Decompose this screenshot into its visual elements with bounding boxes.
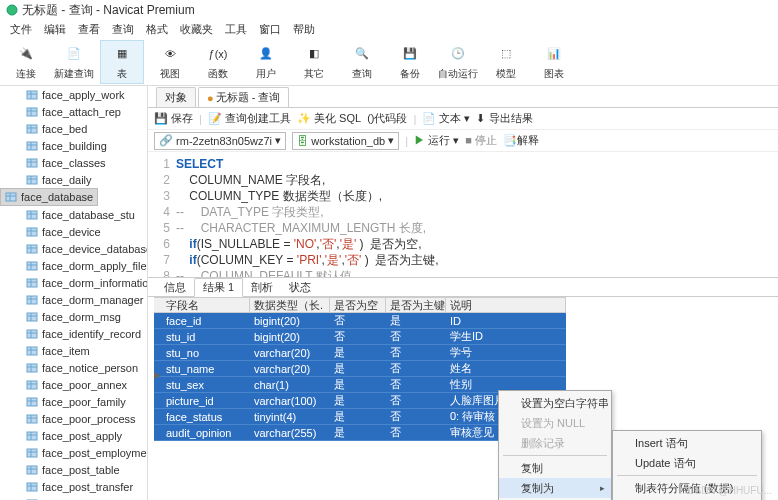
grid-cell[interactable]: 否	[386, 393, 446, 408]
grid-cell[interactable]: picture_id	[162, 395, 250, 407]
context-menu-item[interactable]: 设置为空白字符串	[499, 393, 611, 413]
grid-cell[interactable]: 是	[330, 425, 386, 440]
grid-cell[interactable]: 是	[330, 393, 386, 408]
table-item[interactable]: face_identify_record	[0, 325, 147, 342]
column-header[interactable]: 是否为主键	[386, 298, 446, 313]
menu-item[interactable]: 查询	[112, 22, 134, 37]
grid-cell[interactable]: varchar(255)	[250, 427, 330, 439]
table-item[interactable]: face_database	[0, 188, 98, 206]
server-select[interactable]: 🔗 rm-2zetn83n05wz7i ▾	[154, 132, 286, 150]
grid-cell[interactable]: 是	[330, 361, 386, 376]
menu-item[interactable]: 收藏夹	[180, 22, 213, 37]
grid-cell[interactable]: 是	[330, 345, 386, 360]
table-item[interactable]: face_bed	[0, 120, 147, 137]
context-menu-item[interactable]: Update 语句	[613, 453, 761, 473]
code-snippet-button[interactable]: ()代码段	[367, 111, 407, 126]
toolbar-user[interactable]: 👤 用户	[244, 40, 288, 84]
menu-item[interactable]: 编辑	[44, 22, 66, 37]
grid-cell[interactable]: stu_id	[162, 331, 250, 343]
result-tab[interactable]: 结果 1	[194, 278, 243, 297]
toolbar-table[interactable]: ▦ 表	[100, 40, 144, 84]
column-header[interactable]: 字段名	[162, 298, 250, 313]
grid-cell[interactable]: face_id	[162, 315, 250, 327]
tab-objects[interactable]: 对象	[156, 87, 196, 107]
context-menu-item[interactable]: Insert 语句	[613, 433, 761, 453]
grid-cell[interactable]: varchar(100)	[250, 395, 330, 407]
table-item[interactable]: face_apply_work	[0, 86, 147, 103]
table-item[interactable]: face_dorm_manager	[0, 291, 147, 308]
toolbar-view[interactable]: 👁 视图	[148, 40, 192, 84]
table-item[interactable]: face_post_transfer	[0, 478, 147, 495]
grid-cell[interactable]: 否	[386, 361, 446, 376]
grid-cell[interactable]: 学生ID	[446, 329, 566, 344]
grid-cell[interactable]: 否	[386, 425, 446, 440]
grid-cell[interactable]: stu_name	[162, 363, 250, 375]
db-select[interactable]: 🗄 workstation_db ▾	[292, 132, 399, 150]
table-item[interactable]: face_poor_process	[0, 410, 147, 427]
table-item[interactable]: face_record_workstudy	[0, 495, 147, 500]
table-item[interactable]: face_dorm_apply_file	[0, 257, 147, 274]
toolbar-backup[interactable]: 💾 备份	[388, 40, 432, 84]
tab-query[interactable]: ●无标题 - 查询	[198, 87, 289, 107]
grid-cell[interactable]: bigint(20)	[250, 331, 330, 343]
grid-cell[interactable]: audit_opinion	[162, 427, 250, 439]
table-list-sidebar[interactable]: face_apply_work face_attach_rep face_bed…	[0, 86, 148, 500]
query-builder-button[interactable]: 📝 查询创建工具	[208, 111, 291, 126]
beautify-sql-button[interactable]: ✨ 美化 SQL	[297, 111, 361, 126]
grid-cell[interactable]: 否	[330, 329, 386, 344]
grid-row[interactable]: stu_idbigint(20)否否学生ID	[154, 329, 566, 345]
result-tab[interactable]: 状态	[281, 279, 319, 296]
context-menu-item[interactable]: 复制为	[499, 478, 611, 498]
toolbar-fx[interactable]: ƒ(x) 函数	[196, 40, 240, 84]
grid-cell[interactable]: char(1)	[250, 379, 330, 391]
grid-row[interactable]: stu_namevarchar(20)是否姓名	[154, 361, 566, 377]
table-item[interactable]: face_device_database	[0, 240, 147, 257]
toolbar-plug[interactable]: 🔌 连接	[4, 40, 48, 84]
grid-row[interactable]: face_idbigint(20)否是ID	[154, 313, 566, 329]
result-tab[interactable]: 剖析	[243, 279, 281, 296]
toolbar-chart[interactable]: 📊 图表	[532, 40, 576, 84]
menu-item[interactable]: 文件	[10, 22, 32, 37]
column-header[interactable]: 是否为空	[330, 298, 386, 313]
menu-item[interactable]: 帮助	[293, 22, 315, 37]
grid-cell[interactable]: 学号	[446, 345, 566, 360]
grid-cell[interactable]: 是	[386, 313, 446, 328]
grid-cell[interactable]: 否	[386, 345, 446, 360]
table-item[interactable]: face_daily	[0, 171, 147, 188]
menu-item[interactable]: 工具	[225, 22, 247, 37]
grid-cell[interactable]: 是	[330, 377, 386, 392]
menu-item[interactable]: 格式	[146, 22, 168, 37]
table-item[interactable]: face_building	[0, 137, 147, 154]
grid-cell[interactable]: varchar(20)	[250, 347, 330, 359]
grid-cell[interactable]: ID	[446, 315, 566, 327]
table-item[interactable]: face_device	[0, 223, 147, 240]
text-button[interactable]: 📄 文本 ▾	[422, 111, 470, 126]
sql-editor[interactable]: 123456789 SELECT COLUMN_NAME 字段名, COLUMN…	[148, 152, 778, 277]
context-menu[interactable]: 设置为空白字符串设置为 NULL删除记录复制复制为粘贴显示	[498, 390, 612, 500]
grid-cell[interactable]: stu_no	[162, 347, 250, 359]
grid-cell[interactable]: 是	[330, 409, 386, 424]
grid-cell[interactable]: 否	[386, 409, 446, 424]
table-item[interactable]: face_post_employmen	[0, 444, 147, 461]
menu-item[interactable]: 查看	[78, 22, 100, 37]
grid-cell[interactable]: 否	[386, 377, 446, 392]
toolbar-search[interactable]: 🔍 查询	[340, 40, 384, 84]
grid-cell[interactable]: tinyint(4)	[250, 411, 330, 423]
grid-cell[interactable]: stu_sex	[162, 379, 250, 391]
toolbar-clock[interactable]: 🕒 自动运行	[436, 40, 480, 84]
grid-cell[interactable]: 否	[386, 329, 446, 344]
table-item[interactable]: face_item	[0, 342, 147, 359]
toolbar-query[interactable]: 📄 新建查询	[52, 40, 96, 84]
table-item[interactable]: face_dorm_msg	[0, 308, 147, 325]
toolbar-model[interactable]: ⬚ 模型	[484, 40, 528, 84]
run-button[interactable]: ▶ 运行 ▾	[414, 133, 459, 148]
table-item[interactable]: face_database_stu	[0, 206, 147, 223]
table-item[interactable]: face_poor_family	[0, 393, 147, 410]
grid-cell[interactable]: varchar(20)	[250, 363, 330, 375]
table-item[interactable]: face_post_table	[0, 461, 147, 478]
table-item[interactable]: face_classes	[0, 154, 147, 171]
export-button[interactable]: ⬇ 导出结果	[476, 111, 532, 126]
toolbar-other[interactable]: ◧ 其它	[292, 40, 336, 84]
column-header[interactable]: 数据类型（长.	[250, 298, 330, 313]
column-header[interactable]: 说明	[446, 298, 566, 313]
